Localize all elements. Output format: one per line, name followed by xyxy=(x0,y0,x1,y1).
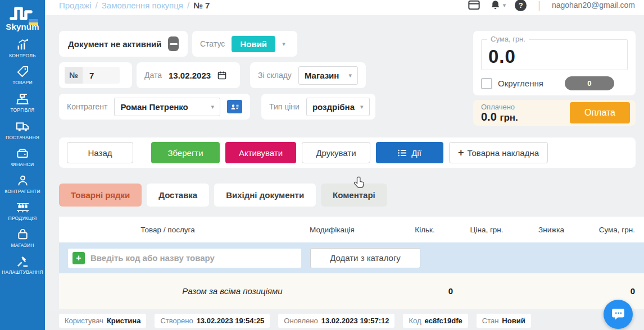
counterparty-label: Контрагент xyxy=(67,102,107,111)
breadcrumb-sales-link[interactable]: Продажі xyxy=(59,1,92,10)
sidebar-item-settings[interactable]: НАЛАШТУВАННЯ xyxy=(0,255,45,275)
breadcrumb: Продажі / Замовлення покупця / № 7 xyxy=(59,1,210,10)
tab-product-rows[interactable]: Товарні рядки xyxy=(59,184,142,207)
chat-button[interactable] xyxy=(604,300,633,329)
price-type-field: Тип ціни роздрібна ▾ xyxy=(261,94,375,120)
actions-menu-button[interactable]: Дії xyxy=(376,142,443,163)
product-search-input[interactable] xyxy=(68,249,301,268)
tag-icon xyxy=(16,65,29,78)
actions-toolbar: Назад Зберегти Активувати Друкувати Дії … xyxy=(59,138,636,168)
calendar-icon[interactable] xyxy=(217,71,226,80)
rounding-checkbox[interactable] xyxy=(481,78,492,89)
totals-sum: 0 xyxy=(582,286,635,296)
shop-bag-icon xyxy=(16,228,29,241)
breadcrumb-current: № 7 xyxy=(193,1,210,10)
app-logo[interactable]: Skynum xyxy=(6,4,39,31)
person-icon xyxy=(16,174,29,187)
chart-growth-icon xyxy=(16,38,29,51)
status-chip-state: СтанНовий xyxy=(477,314,531,328)
add-product-icon: + xyxy=(72,252,85,264)
status-chip-code: Кодec8fc19dfe xyxy=(403,314,468,328)
chevron-down-icon: ▾ xyxy=(348,72,352,79)
rounding-value-pill: 0 xyxy=(565,76,614,90)
breadcrumb-order-link[interactable]: Замовлення покупця xyxy=(102,1,183,10)
contact-card-icon xyxy=(230,103,239,111)
help-icon[interactable]: ? xyxy=(515,0,527,11)
paid-label: Оплачено xyxy=(481,103,518,111)
production-icon xyxy=(16,201,30,214)
column-header: Сума, грн. xyxy=(582,226,635,234)
counterparty-select[interactable]: Роман Петренко ▾ xyxy=(114,98,220,116)
paid-currency: грн. xyxy=(500,112,518,123)
goods-invoice-button[interactable]: + Товарна накладна xyxy=(449,142,548,163)
list-menu-icon xyxy=(398,149,407,157)
date-label: Дата xyxy=(144,71,162,80)
user-email[interactable]: nagohan20@gmail.com xyxy=(552,1,635,10)
status-chip-updated: Оновлено13.02.2023 19:57:12 xyxy=(278,314,394,328)
chevron-down-icon: ▾ xyxy=(503,2,506,9)
products-table: Товар / послуга Модифікація Кільк. Ціна,… xyxy=(59,217,644,309)
document-active-label: Документ не активний xyxy=(68,39,161,49)
save-button[interactable]: Зберегти xyxy=(151,142,220,163)
total-sum-card: Сума, грн. 0.0 Округлення 0 xyxy=(473,31,636,95)
activate-button[interactable]: Активувати xyxy=(225,142,296,163)
add-product-row: + Додати з каталогу xyxy=(59,242,644,273)
sidebar-item-finance[interactable]: ФІНАНСИ xyxy=(0,147,45,167)
bell-icon xyxy=(489,0,501,11)
status-badge[interactable]: Новий xyxy=(232,36,275,52)
status-field: Статус Новий ▾ xyxy=(192,31,297,57)
column-header: Товар / послуга xyxy=(68,226,267,234)
notifications-button[interactable]: ▾ xyxy=(489,0,506,11)
document-number-field: № 7 xyxy=(59,62,132,88)
number-input[interactable]: 7 xyxy=(83,67,120,84)
tabs-bar: Товарні рядки Доставка Вихідні документи… xyxy=(59,184,636,207)
counterparty-card-button[interactable] xyxy=(227,100,242,113)
content: Документ не активний Статус Новий ▾ № 7 xyxy=(45,15,644,309)
truck-icon xyxy=(16,120,30,133)
tab-outgoing-documents[interactable]: Вихідні документи xyxy=(214,184,316,207)
sidebar-nav: КОНТРОЛЬ ТОВАРИ ТОРГІВЛЯ ПОСТАЧАННЯ ФІНА… xyxy=(0,38,45,275)
topbar: Продажі / Замовлення покупця / № 7 ▾ ? |… xyxy=(45,0,644,15)
sidebar-item-trade[interactable]: ТОРГІВЛЯ xyxy=(0,92,45,113)
pay-button[interactable]: Оплата xyxy=(570,102,630,123)
document-active-card: Документ не активний xyxy=(59,31,188,57)
date-field: Дата 13.02.2023 xyxy=(137,62,240,88)
sidebar-item-production[interactable]: ПРОДУКЦІЯ xyxy=(0,201,45,221)
warehouse-select[interactable]: Магазин ▾ xyxy=(298,66,358,85)
cash-register-icon xyxy=(16,92,29,106)
price-type-label: Тип ціни xyxy=(269,102,300,111)
print-button[interactable]: Друкувати xyxy=(302,142,370,163)
column-header: Модифікація xyxy=(267,226,397,234)
price-type-select[interactable]: роздрібна ▾ xyxy=(306,98,370,116)
date-input[interactable]: 13.02.2023 xyxy=(169,71,211,80)
status-chip-created: Створено13.02.2023 19:54:25 xyxy=(155,314,270,328)
sidebar-item-counterparties[interactable]: КОНТРАГЕНТИ xyxy=(0,174,45,194)
paid-value: 0.0 xyxy=(481,111,497,123)
column-header: Ціна, грн. xyxy=(453,226,520,234)
header-divider: | xyxy=(538,0,541,11)
billing-card-icon[interactable] xyxy=(468,0,480,11)
counterparty-field: Контрагент Роман Петренко ▾ xyxy=(59,94,250,120)
gavel-icon xyxy=(16,255,29,268)
sidebar-item-shop[interactable]: МАГАЗИН xyxy=(0,228,45,248)
rounding-label: Округлення xyxy=(498,79,543,88)
status-chip-user: КористувачКристина xyxy=(59,314,146,328)
totals-row: Разом за всіма позиціями 0 0 xyxy=(59,273,644,309)
tab-delivery[interactable]: Доставка xyxy=(147,184,209,207)
warehouse-field: Зі складу Магазин ▾ xyxy=(250,62,366,88)
add-from-catalog-button[interactable]: Додати з каталогу xyxy=(310,248,420,268)
number-label: № xyxy=(65,67,83,84)
sidebar-item-control[interactable]: КОНТРОЛЬ xyxy=(0,38,45,58)
document-active-toggle[interactable] xyxy=(168,36,179,51)
sidebar: Skynum КОНТРОЛЬ ТОВАРИ ТОРГІВЛЯ ПОСТАЧАН… xyxy=(0,0,45,330)
chat-bubble-icon xyxy=(611,307,625,322)
paid-card: Оплачено 0.0 грн. Оплата xyxy=(473,100,636,126)
total-sum-value: 0.0 xyxy=(488,47,620,66)
status-caret-icon[interactable]: ▾ xyxy=(282,40,285,48)
sidebar-item-goods[interactable]: ТОВАРИ xyxy=(0,65,45,85)
chevron-down-icon: ▾ xyxy=(360,103,364,111)
tab-comments[interactable]: Коментарі xyxy=(321,184,387,207)
column-header: Кільк. xyxy=(397,226,453,234)
back-button[interactable]: Назад xyxy=(67,142,133,163)
sidebar-item-supply[interactable]: ПОСТАЧАННЯ xyxy=(0,120,45,140)
